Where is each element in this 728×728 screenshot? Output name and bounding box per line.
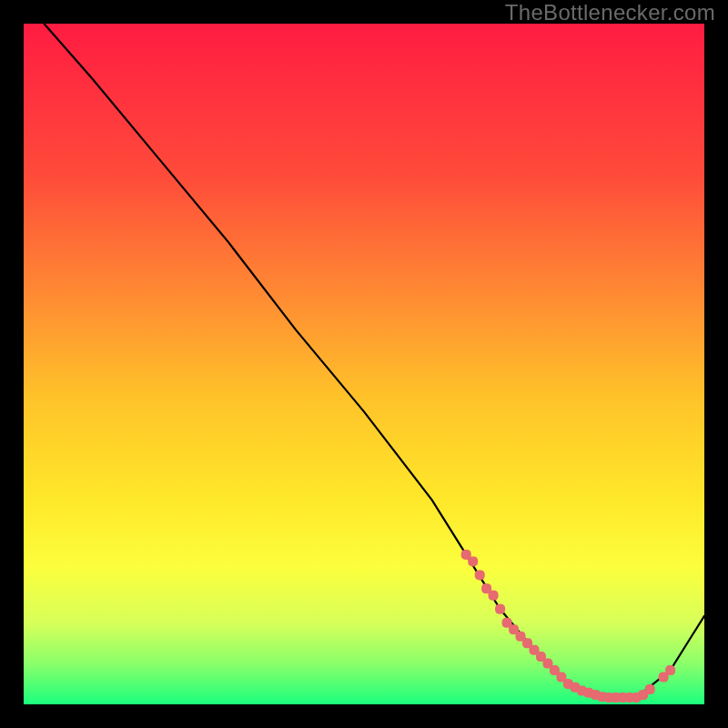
marker-point	[645, 684, 655, 694]
marker-point	[495, 604, 505, 614]
marker-point	[489, 591, 499, 601]
marker-point	[475, 570, 485, 580]
marker-point	[468, 556, 478, 566]
marker-point	[665, 665, 675, 675]
plot-background	[24, 24, 704, 704]
chart-svg	[0, 0, 728, 728]
chart-container: TheBottlenecker.com	[0, 0, 728, 728]
attribution-text: TheBottlenecker.com	[505, 0, 715, 25]
